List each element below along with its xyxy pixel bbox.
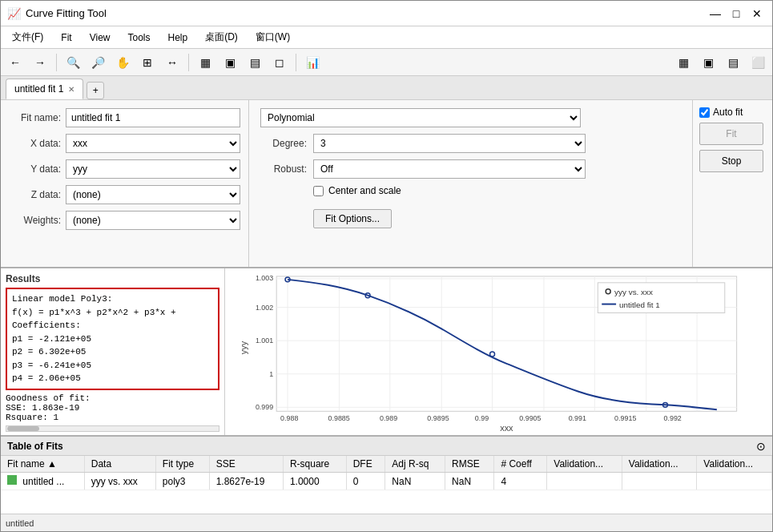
menubar: 文件(F) Fit View Tools Help 桌面(D) 窗口(W)	[1, 26, 772, 49]
toolbar-back[interactable]: ←	[4, 51, 26, 74]
col-data[interactable]: Data	[84, 456, 155, 473]
z-data-label: Z data:	[9, 189, 61, 200]
x-tick-4: 0.99	[475, 414, 489, 422]
chart-area: yyy xxx 0.999 1 1.001 1.002 1.003	[225, 268, 772, 435]
col-adj-r-sq[interactable]: Adj R-sq	[385, 456, 445, 473]
toolbar-layout2[interactable]: ▣	[697, 51, 719, 74]
col-fit-name[interactable]: Fit name ▲	[1, 456, 84, 473]
toolbar-sep2	[188, 54, 189, 71]
cell-dfe: 0	[346, 473, 385, 490]
cell-n-coeff: 4	[494, 473, 547, 490]
window-controls: — □ ✕	[707, 5, 766, 22]
toolbar-forward[interactable]: →	[29, 51, 51, 74]
menu-view[interactable]: View	[82, 30, 119, 45]
toolbar-pan[interactable]: ✋	[111, 51, 134, 74]
result-line2: f(x) = p1*x^3 + p2*x^2 + p3*x +	[12, 306, 213, 320]
y-tick-4: 1.003	[256, 274, 273, 282]
fit-name-label: Fit name:	[9, 112, 61, 123]
col-val1[interactable]: Validation...	[547, 456, 622, 473]
toolbar-grid4[interactable]: ◻	[268, 51, 291, 74]
result-line7: p4 = 2.06e+05	[12, 372, 213, 385]
close-button[interactable]: ✕	[748, 5, 766, 22]
col-n-coeff[interactable]: # Coeff	[494, 456, 547, 473]
toolbar-fullscreen[interactable]: ⬜	[747, 51, 769, 74]
result-line6: p3 = -6.241e+05	[12, 359, 213, 373]
col-val3[interactable]: Validation...	[697, 456, 772, 473]
col-fit-type[interactable]: Fit type	[155, 456, 209, 473]
toolbar-grid2[interactable]: ▣	[219, 51, 241, 74]
y-data-select[interactable]: yyy	[66, 159, 240, 179]
bottom-area: Table of Fits ⊙ Fit name ▲ Data Fit type…	[1, 437, 772, 514]
top-config-section: Fit name: X data: xxx Y data: yyy Z d	[1, 100, 772, 268]
robust-row: Robust: Off	[260, 159, 681, 179]
tabs-bar: untitled fit 1 ✕ +	[1, 76, 772, 100]
col-val2[interactable]: Validation...	[622, 456, 697, 473]
center-scale-row: Center and scale	[313, 185, 681, 196]
toolbar-zoom-in[interactable]: 🔍	[62, 51, 84, 74]
fit-type-panel: Polynomial Degree: 3 Robust: Off	[249, 100, 692, 267]
fit-type-select[interactable]: Polynomial	[260, 108, 581, 127]
results-scrollbar[interactable]	[6, 425, 219, 432]
menu-fit[interactable]: Fit	[53, 30, 79, 45]
weights-select[interactable]: (none)	[66, 211, 240, 230]
toolbar-sep1	[56, 54, 57, 71]
col-dfe[interactable]: DFE	[346, 456, 385, 473]
autofit-checkbox[interactable]	[699, 107, 710, 118]
status-text: untitled	[6, 518, 34, 528]
y-tick-3: 1.002	[256, 304, 273, 312]
results-content: Linear model Poly3: f(x) = p1*x^3 + p2*x…	[6, 288, 219, 390]
app-icon: 📈	[7, 7, 21, 20]
tab-untitled-fit-1[interactable]: untitled fit 1 ✕	[6, 79, 83, 99]
toolbar-grid3[interactable]: ▤	[244, 51, 266, 74]
degree-select[interactable]: 3	[313, 134, 586, 153]
fit-name-input[interactable]	[66, 108, 240, 127]
cell-val1	[547, 473, 622, 490]
menu-window[interactable]: 窗口(W)	[248, 29, 298, 46]
toolbar-layout3[interactable]: ▤	[722, 51, 744, 74]
cell-val3	[697, 473, 772, 490]
fit-options-button[interactable]: Fit Options...	[313, 209, 392, 228]
fit-name-row: Fit name:	[9, 108, 240, 127]
fit-button[interactable]: Fit	[699, 123, 763, 145]
col-sse[interactable]: SSE	[209, 456, 283, 473]
fits-table: Fit name ▲ Data Fit type SSE R-square DF…	[1, 456, 772, 490]
results-panel: Results Linear model Poly3: f(x) = p1*x^…	[1, 268, 225, 435]
tab-add-btn[interactable]: +	[87, 82, 104, 99]
table-collapse-icon[interactable]: ⊙	[756, 440, 766, 453]
toolbar-chart[interactable]: 📊	[301, 51, 324, 74]
cell-rmse: NaN	[445, 473, 494, 490]
menu-tools[interactable]: Tools	[119, 30, 158, 45]
fit-action-panel: Auto fit Fit Stop	[692, 100, 772, 267]
x-tick-6: 0.991	[569, 414, 586, 422]
cell-adj-r-sq: NaN	[385, 473, 445, 490]
results-footer: Goodness of fit: SSE: 1.863e-19 Rsquare:…	[6, 393, 219, 422]
col-r-square[interactable]: R-square	[283, 456, 346, 473]
minimize-button[interactable]: —	[707, 5, 724, 22]
menu-file[interactable]: 文件(F)	[4, 29, 51, 46]
y-data-row: Y data: yyy	[9, 159, 240, 179]
stop-button[interactable]: Stop	[699, 150, 763, 172]
toolbar: ← → 🔍 🔎 ✋ ⊞ ↔ ▦ ▣ ▤ ◻ 📊 ▦ ▣ ▤ ⬜	[1, 49, 772, 76]
x-data-select[interactable]: xxx	[66, 134, 240, 153]
col-rmse[interactable]: RMSE	[445, 456, 494, 473]
x-tick-2: 0.989	[380, 414, 397, 422]
menu-help[interactable]: Help	[159, 30, 195, 45]
z-data-select[interactable]: (none)	[66, 185, 240, 204]
toolbar-sep3	[296, 54, 296, 71]
result-line5: p2 = 6.302e+05	[12, 345, 213, 359]
toolbar-grid1[interactable]: ▦	[194, 51, 216, 74]
toolbar-select[interactable]: ⊞	[136, 51, 159, 74]
center-scale-checkbox[interactable]	[313, 186, 324, 196]
toolbar-resize[interactable]: ↔	[161, 51, 183, 74]
menu-desktop[interactable]: 桌面(D)	[197, 29, 246, 46]
robust-select[interactable]: Off	[313, 159, 586, 179]
maximize-button[interactable]: □	[727, 5, 745, 22]
toolbar-zoom-out[interactable]: 🔎	[87, 51, 109, 74]
cell-fit-type: poly3	[155, 473, 209, 490]
tab-close-btn[interactable]: ✕	[68, 85, 74, 94]
titlebar: 📈 Curve Fitting Tool — □ ✕	[1, 1, 772, 26]
autofit-row: Auto fit	[699, 107, 766, 118]
cell-sse: 1.8627e-19	[209, 473, 283, 490]
toolbar-layout1[interactable]: ▦	[672, 51, 694, 74]
cell-data: yyy vs. xxx	[84, 473, 155, 490]
